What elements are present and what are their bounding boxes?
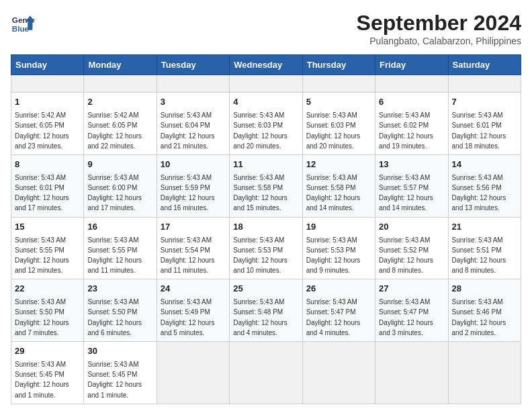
calendar-cell — [230, 75, 302, 93]
day-info: Sunrise: 5:43 AMSunset: 6:04 PMDaylight:… — [161, 111, 215, 150]
calendar-cell: 26 Sunrise: 5:43 AMSunset: 5:47 PMDaylig… — [302, 279, 375, 342]
day-info: Sunrise: 5:43 AMSunset: 6:01 PMDaylight:… — [452, 111, 506, 150]
calendar-cell: 6 Sunrise: 5:43 AMSunset: 6:02 PMDayligh… — [375, 93, 448, 155]
day-number: 27 — [379, 283, 444, 295]
day-number: 3 — [161, 96, 226, 109]
day-number: 19 — [306, 221, 371, 234]
calendar-cell: 4 Sunrise: 5:43 AMSunset: 6:03 PMDayligh… — [230, 93, 302, 155]
day-number: 21 — [452, 221, 517, 234]
day-number: 2 — [87, 96, 152, 109]
header: General Blue September 2024 Pulangbato, … — [11, 11, 521, 46]
day-info: Sunrise: 5:43 AMSunset: 5:59 PMDaylight:… — [161, 174, 215, 212]
calendar-cell: 28 Sunrise: 5:43 AMSunset: 5:46 PMDaylig… — [448, 279, 521, 342]
day-number: 23 — [87, 283, 152, 295]
calendar-week-row: 29 Sunrise: 5:43 AMSunset: 5:45 PMDaylig… — [11, 342, 521, 404]
calendar-cell: 22 Sunrise: 5:43 AMSunset: 5:50 PMDaylig… — [11, 279, 84, 342]
day-number: 9 — [87, 158, 152, 171]
day-info: Sunrise: 5:42 AMSunset: 6:05 PMDaylight:… — [87, 111, 142, 150]
day-number: 15 — [15, 221, 80, 234]
calendar-cell — [157, 75, 229, 93]
day-info: Sunrise: 5:43 AMSunset: 5:53 PMDaylight:… — [306, 236, 361, 275]
month-title: September 2024 — [357, 11, 521, 36]
day-number: 28 — [452, 283, 517, 295]
calendar-cell — [11, 75, 84, 93]
day-info: Sunrise: 5:43 AMSunset: 6:01 PMDaylight:… — [15, 174, 69, 212]
day-number: 4 — [233, 96, 298, 109]
day-number: 11 — [233, 158, 298, 171]
col-wednesday: Wednesday — [230, 55, 302, 75]
calendar-cell: 3 Sunrise: 5:43 AMSunset: 6:04 PMDayligh… — [157, 93, 229, 155]
day-info: Sunrise: 5:43 AMSunset: 5:47 PMDaylight:… — [306, 298, 361, 336]
calendar-cell — [157, 342, 229, 404]
day-info: Sunrise: 5:43 AMSunset: 5:51 PMDaylight:… — [452, 236, 506, 275]
day-info: Sunrise: 5:43 AMSunset: 5:58 PMDaylight:… — [233, 174, 287, 212]
calendar-cell: 8 Sunrise: 5:43 AMSunset: 6:01 PMDayligh… — [11, 154, 84, 217]
col-saturday: Saturday — [448, 55, 521, 75]
day-number: 6 — [379, 96, 444, 109]
logo: General Blue — [11, 11, 35, 35]
calendar-cell: 24 Sunrise: 5:43 AMSunset: 5:49 PMDaylig… — [157, 279, 229, 342]
col-monday: Monday — [84, 55, 157, 75]
calendar-cell: 9 Sunrise: 5:43 AMSunset: 6:00 PMDayligh… — [84, 154, 157, 217]
day-number: 30 — [87, 345, 152, 358]
day-info: Sunrise: 5:43 AMSunset: 5:55 PMDaylight:… — [87, 236, 142, 275]
calendar-cell: 17 Sunrise: 5:43 AMSunset: 5:54 PMDaylig… — [157, 217, 229, 279]
calendar-cell — [375, 342, 448, 404]
calendar-cell: 5 Sunrise: 5:43 AMSunset: 6:03 PMDayligh… — [302, 93, 375, 155]
calendar-cell: 30 Sunrise: 5:43 AMSunset: 5:45 PMDaylig… — [84, 342, 157, 404]
day-info: Sunrise: 5:43 AMSunset: 5:47 PMDaylight:… — [379, 298, 433, 336]
calendar-week-row: 15 Sunrise: 5:43 AMSunset: 5:55 PMDaylig… — [11, 217, 521, 279]
calendar-body: 1 Sunrise: 5:42 AMSunset: 6:05 PMDayligh… — [11, 75, 521, 404]
day-info: Sunrise: 5:43 AMSunset: 5:54 PMDaylight:… — [161, 236, 215, 275]
calendar-cell: 7 Sunrise: 5:43 AMSunset: 6:01 PMDayligh… — [448, 93, 521, 155]
calendar-cell: 20 Sunrise: 5:43 AMSunset: 5:52 PMDaylig… — [375, 217, 448, 279]
day-number: 14 — [452, 158, 517, 171]
calendar-cell — [375, 75, 448, 93]
day-info: Sunrise: 5:43 AMSunset: 5:49 PMDaylight:… — [161, 298, 215, 336]
calendar-table: Sunday Monday Tuesday Wednesday Thursday… — [11, 54, 521, 404]
calendar-cell: 11 Sunrise: 5:43 AMSunset: 5:58 PMDaylig… — [230, 154, 302, 217]
calendar-cell — [230, 342, 302, 404]
calendar-cell: 2 Sunrise: 5:42 AMSunset: 6:05 PMDayligh… — [84, 93, 157, 155]
svg-text:Blue: Blue — [12, 24, 30, 33]
day-number: 22 — [15, 283, 80, 295]
title-area: September 2024 Pulangbato, Calabarzon, P… — [357, 11, 521, 46]
calendar-cell — [448, 342, 521, 404]
calendar-cell: 27 Sunrise: 5:43 AMSunset: 5:47 PMDaylig… — [375, 279, 448, 342]
day-number: 20 — [379, 221, 444, 234]
calendar-cell — [84, 75, 157, 93]
day-info: Sunrise: 5:43 AMSunset: 5:57 PMDaylight:… — [379, 174, 433, 212]
calendar-cell: 29 Sunrise: 5:43 AMSunset: 5:45 PMDaylig… — [11, 342, 84, 404]
day-number: 10 — [161, 158, 226, 171]
day-info: Sunrise: 5:43 AMSunset: 5:45 PMDaylight:… — [15, 361, 69, 399]
col-sunday: Sunday — [11, 55, 84, 75]
col-tuesday: Tuesday — [157, 55, 229, 75]
calendar-cell: 10 Sunrise: 5:43 AMSunset: 5:59 PMDaylig… — [157, 154, 229, 217]
calendar-cell: 16 Sunrise: 5:43 AMSunset: 5:55 PMDaylig… — [84, 217, 157, 279]
day-info: Sunrise: 5:43 AMSunset: 5:58 PMDaylight:… — [306, 174, 361, 212]
calendar-cell: 19 Sunrise: 5:43 AMSunset: 5:53 PMDaylig… — [302, 217, 375, 279]
day-number: 17 — [161, 221, 226, 234]
calendar-cell: 13 Sunrise: 5:43 AMSunset: 5:57 PMDaylig… — [375, 154, 448, 217]
calendar-week-row: 8 Sunrise: 5:43 AMSunset: 6:01 PMDayligh… — [11, 154, 521, 217]
calendar-cell: 23 Sunrise: 5:43 AMSunset: 5:50 PMDaylig… — [84, 279, 157, 342]
location-subtitle: Pulangbato, Calabarzon, Philippines — [357, 36, 521, 46]
calendar-header-row: Sunday Monday Tuesday Wednesday Thursday… — [11, 55, 521, 75]
day-info: Sunrise: 5:43 AMSunset: 5:48 PMDaylight:… — [233, 298, 287, 336]
calendar-cell: 18 Sunrise: 5:43 AMSunset: 5:53 PMDaylig… — [230, 217, 302, 279]
day-info: Sunrise: 5:43 AMSunset: 6:03 PMDaylight:… — [233, 111, 287, 150]
day-number: 16 — [87, 221, 152, 234]
day-info: Sunrise: 5:43 AMSunset: 5:50 PMDaylight:… — [87, 298, 142, 336]
logo-icon: General Blue — [11, 11, 35, 35]
day-info: Sunrise: 5:43 AMSunset: 5:53 PMDaylight:… — [233, 236, 287, 275]
day-number: 26 — [306, 283, 371, 295]
calendar-cell: 25 Sunrise: 5:43 AMSunset: 5:48 PMDaylig… — [230, 279, 302, 342]
calendar-week-row — [11, 75, 521, 93]
calendar-cell — [302, 75, 375, 93]
day-info: Sunrise: 5:43 AMSunset: 5:52 PMDaylight:… — [379, 236, 433, 275]
calendar-cell: 1 Sunrise: 5:42 AMSunset: 6:05 PMDayligh… — [11, 93, 84, 155]
day-info: Sunrise: 5:43 AMSunset: 5:45 PMDaylight:… — [87, 361, 142, 399]
col-thursday: Thursday — [302, 55, 375, 75]
calendar-cell — [302, 342, 375, 404]
day-number: 13 — [379, 158, 444, 171]
